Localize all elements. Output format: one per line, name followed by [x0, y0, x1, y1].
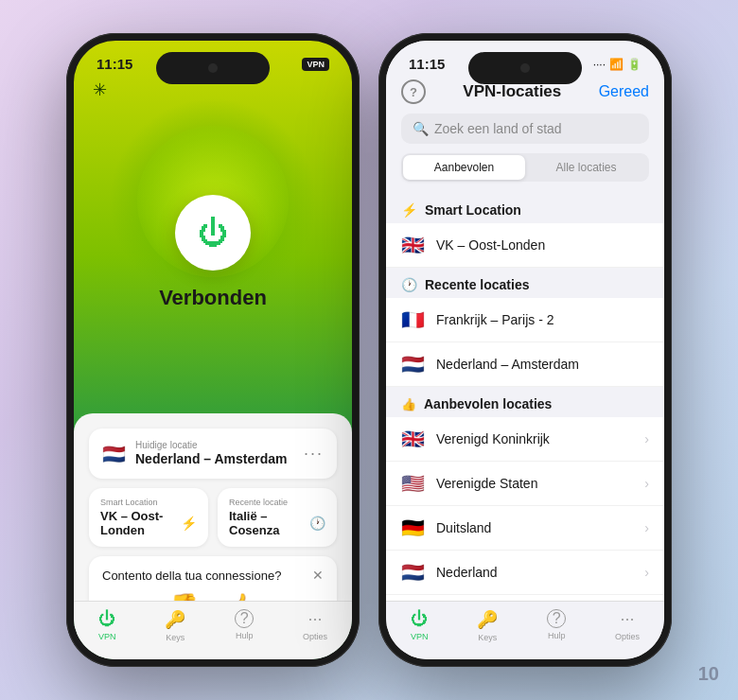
de-flag: 🇩🇪: [401, 516, 425, 539]
help-tab-icon-right: ?: [547, 609, 566, 628]
smart-location-section-header: ⚡ Smart Location: [386, 193, 664, 223]
recent-section-icon: 🕐: [401, 277, 417, 292]
feedback-header: Contento della tua connessione? ✕: [102, 568, 324, 583]
keys-tab-icon-right: 🔑: [477, 609, 498, 630]
right-time: 11:15: [409, 56, 445, 72]
recommended-row-1[interactable]: 🇺🇸 Verenigde Staten ›: [386, 462, 664, 506]
vpn-tab-icon-right: ⏻: [411, 609, 428, 629]
left-bottom-area: 🇳🇱 Huidige locatie Nederland – Amsterdam…: [74, 413, 352, 659]
gb-flag: 🇬🇧: [401, 428, 425, 450]
watermark: 10: [698, 663, 719, 685]
right-screen: 11:15 ···· 📶 🔋 ? VPN-locaties Gereed 🔍 Z…: [386, 41, 664, 659]
dynamic-island-left: [156, 52, 270, 84]
left-screen: 11:15 VPN ✳ ⏻ Verbonden: [74, 41, 352, 659]
rec-location-3: Nederland: [436, 565, 644, 580]
left-tab-bar: ⏻ VPN 🔑 Keys ? Hulp ··· Opties: [74, 601, 352, 659]
options-tab-label-right: Opties: [615, 632, 640, 641]
netherlands-flag: 🇳🇱: [102, 443, 126, 465]
right-title: VPN-locaties: [463, 82, 561, 101]
rec-location-1: Verenigde Staten: [436, 476, 644, 491]
gb-flag-smart: 🇬🇧: [401, 234, 425, 256]
recommended-row-0[interactable]: 🇬🇧 Verenigd Koninkrijk ›: [386, 417, 664, 462]
tab-help-left[interactable]: ? Hulp: [235, 609, 254, 642]
recent-section-title: Recente locaties: [425, 277, 530, 292]
recent-location-1: Nederland – Amsterdam: [436, 357, 649, 372]
options-tab-label: Opties: [303, 632, 327, 641]
clock-icon: 🕐: [309, 516, 325, 531]
tab-help-right[interactable]: ? Hulp: [547, 609, 566, 642]
tab-switcher: Aanbevolen Alle locaties: [401, 153, 649, 182]
feedback-title: Contento della tua connessione?: [102, 569, 281, 583]
location-left: 🇳🇱 Huidige locatie Nederland – Amsterdam: [102, 440, 288, 467]
tab-keys-right[interactable]: 🔑 Keys: [477, 609, 498, 642]
right-tab-bar: ⏻ VPN 🔑 Keys ? Hulp ··· Opties: [386, 601, 664, 659]
smart-location-name: VK – Oost-Londen: [436, 237, 649, 253]
tab-options-left[interactable]: ··· Opties: [303, 609, 327, 642]
vpn-tab-icon: ⏻: [98, 609, 115, 629]
search-bar[interactable]: 🔍 Zoek een land of stad: [401, 114, 649, 144]
power-button[interactable]: ⏻: [175, 195, 251, 271]
power-button-area: ⏻ Verbonden: [74, 195, 352, 310]
smart-location-mini-card[interactable]: Smart Location VK – Oost-Londen ⚡: [89, 488, 208, 547]
vpn-tab-label-right: VPN: [411, 632, 429, 641]
right-phone: 11:15 ···· 📶 🔋 ? VPN-locaties Gereed 🔍 Z…: [378, 33, 672, 667]
smart-value: VK – Oost-Londen: [100, 509, 163, 537]
dots-menu[interactable]: ···: [304, 444, 324, 464]
help-tab-label: Hulp: [236, 631, 254, 640]
location-label: Huidige locatie: [135, 440, 288, 450]
rec-location-2: Duitsland: [436, 520, 644, 535]
signal-icon: ····: [593, 58, 606, 71]
smart-row: VK – Oost-Londen ⚡: [100, 509, 197, 537]
location-info: Huidige locatie Nederland – Amsterdam: [135, 440, 288, 467]
camera-dot-right: [520, 63, 530, 73]
tab-recommended[interactable]: Aanbevolen: [403, 155, 525, 180]
feedback-close-button[interactable]: ✕: [312, 568, 324, 583]
current-location-card[interactable]: 🇳🇱 Huidige locatie Nederland – Amsterdam…: [89, 429, 337, 479]
keys-tab-icon: 🔑: [165, 609, 185, 630]
tab-options-right[interactable]: ··· Opties: [615, 609, 640, 642]
keys-tab-label-right: Keys: [478, 633, 497, 642]
smart-location-section-title: Smart Location: [425, 202, 521, 218]
smart-location-section-icon: ⚡: [401, 202, 417, 218]
camera-dot: [208, 63, 218, 73]
recommended-section-icon: 👍: [401, 397, 416, 411]
vpn-tab-label: VPN: [98, 632, 116, 641]
recommended-row-2[interactable]: 🇩🇪 Duitsland ›: [386, 506, 664, 551]
recent-row: Italië – Cosenza 🕐: [229, 509, 325, 537]
recent-value: Italië – Cosenza: [229, 509, 309, 537]
options-tab-icon-right: ···: [621, 609, 635, 629]
recommended-section-header: 👍 Aanbevolen locaties: [386, 387, 664, 417]
recent-row-0[interactable]: 🇫🇷 Frankrijk – Parijs - 2: [386, 298, 664, 342]
help-tab-label-right: Hulp: [548, 631, 566, 640]
smart-location-row[interactable]: 🇬🇧 VK – Oost-Londen: [386, 223, 664, 268]
recent-location-0: Frankrijk – Parijs - 2: [436, 312, 649, 327]
tab-vpn-right[interactable]: ⏻ VPN: [411, 609, 429, 642]
right-status-icons: ···· 📶 🔋: [593, 58, 641, 71]
locations-scroll: ⚡ Smart Location 🇬🇧 VK – Oost-Londen 🕐 R…: [386, 193, 664, 609]
search-placeholder: Zoek een land of stad: [434, 121, 562, 136]
rec-location-0: Verenigd Koninkrijk: [436, 431, 644, 446]
recommended-row-3[interactable]: 🇳🇱 Nederland ›: [386, 551, 664, 595]
connected-label: Verbonden: [159, 286, 267, 310]
left-time: 11:15: [97, 56, 132, 72]
nl-flag-rec: 🇳🇱: [401, 561, 425, 584]
done-button[interactable]: Gereed: [599, 83, 649, 100]
recent-row-1[interactable]: 🇳🇱 Nederland – Amsterdam: [386, 342, 664, 387]
us-flag: 🇺🇸: [401, 472, 425, 495]
vpn-badge: VPN: [302, 58, 329, 71]
tab-vpn-left[interactable]: ⏻ VPN: [98, 609, 116, 642]
options-tab-icon: ···: [308, 609, 323, 629]
wifi-icon: 📶: [609, 58, 624, 71]
help-tab-icon: ?: [235, 609, 254, 628]
tab-all-locations[interactable]: Alle locaties: [525, 155, 647, 180]
fr-flag-recent: 🇫🇷: [401, 308, 425, 331]
chevron-0: ›: [644, 431, 649, 446]
recent-locations-section-header: 🕐 Recente locaties: [386, 268, 664, 298]
left-phone: 11:15 VPN ✳ ⏻ Verbonden: [66, 33, 360, 667]
recent-location-mini-card[interactable]: Recente locatie Italië – Cosenza 🕐: [218, 488, 337, 547]
power-icon: ⏻: [198, 216, 228, 251]
tab-keys-left[interactable]: 🔑 Keys: [165, 609, 185, 642]
header-help-icon[interactable]: ?: [401, 79, 426, 104]
smart-label: Smart Location: [100, 498, 197, 507]
keys-tab-label: Keys: [166, 633, 184, 642]
